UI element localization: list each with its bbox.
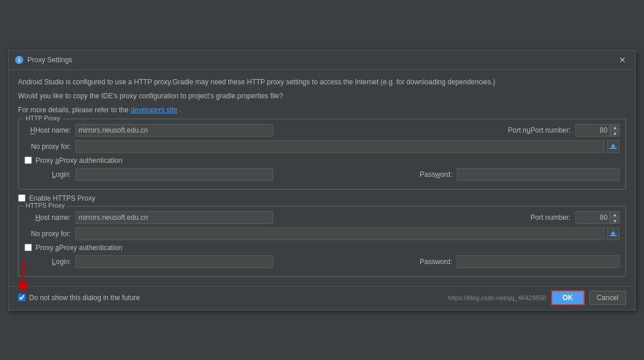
http-port-wrap: ▲ ▼ [575,124,620,137]
http-login-label: Login: [24,170,71,179]
http-noproxy-wrap [76,140,620,153]
info-line3-suffix: . [180,106,181,114]
https-noproxy-row: No proxy for: [24,227,620,240]
title-bar-left: i Proxy Settings [15,55,72,65]
https-password-label: Password: [406,258,452,266]
dialog-title: Proxy Settings [27,56,72,64]
http-proxy-auth-checkbox[interactable] [24,156,32,164]
https-port-input[interactable] [575,211,610,224]
proxy-settings-dialog: i Proxy Settings ✕ Android Studio is con… [8,50,636,311]
svg-marker-5 [611,231,616,235]
close-button[interactable]: ✕ [616,54,629,66]
https-proxy-auth-checkbox[interactable] [24,244,32,251]
no-show-checkbox[interactable] [18,294,26,301]
http-noproxy-button[interactable] [607,140,620,153]
https-port-spinner: ▲ ▼ [610,211,620,224]
https-password-input[interactable] [457,255,620,268]
https-port-up[interactable]: ▲ [610,211,620,218]
https-port-label: Port number: [524,213,571,222]
https-port-down[interactable]: ▼ [610,218,620,224]
https-login-row: Login: Password: [24,255,620,268]
http-port-label: Port nuPort number: [508,126,571,134]
watermark-text: https://blog.csdn.net/qq_46429858 [448,294,546,301]
title-bar: i Proxy Settings ✕ [9,51,635,70]
http-proxy-legend: HTTP Proxy [23,115,63,122]
https-noproxy-label: No proxy for: [24,230,71,238]
http-noproxy-row: No proxy for: [24,140,620,153]
http-host-label: HHost name: [24,126,71,134]
svg-rect-4 [610,235,617,236]
https-noproxy-wrap [76,227,620,240]
http-port-down[interactable]: ▼ [610,130,620,137]
footer-right: https://blog.csdn.net/qq_46429858 OK Can… [448,290,626,305]
info-line3: For more details, please refer to the de… [18,105,626,115]
http-password-label: Password: [406,170,452,179]
ok-button[interactable]: OK [551,290,585,305]
https-proxy-auth-row: Proxy aProxy authentication [24,244,620,252]
https-noproxy-button[interactable] [607,227,620,240]
svg-rect-2 [610,148,617,149]
http-proxy-auth-label: Proxy aProxy authentication [35,156,122,165]
download-icon [609,142,617,151]
http-port-up[interactable]: ▲ [610,124,620,130]
http-login-row: Login: Password: [24,168,620,181]
https-port-wrap: ▲ ▼ [575,211,620,224]
https-enable-checkbox[interactable] [18,194,26,202]
svg-text:i: i [19,57,20,63]
https-host-label: Host name: [24,213,71,222]
http-proxy-section: HTTP Proxy HHost name: Port nuPort numbe… [18,119,626,190]
red-arrow [15,261,32,293]
dialog-icon: i [15,55,24,65]
https-proxy-section: HTTPS Proxy Host name: Port number: ▲ ▼ [18,206,626,277]
http-noproxy-label: No proxy for: [24,142,71,151]
footer-left: Do not show this dialog in the future [18,294,140,302]
https-noproxy-input[interactable] [76,227,604,240]
dialog-body: Android Studio is configured to use a HT… [9,70,635,286]
https-proxy-auth-label: Proxy aProxy authentication [35,244,122,252]
dialog-footer: Do not show this dialog in the future ht… [9,286,635,310]
https-enable-row: Enable HTTPS Proxy [18,194,626,202]
download-icon2 [609,230,617,238]
https-proxy-legend: HTTPS Proxy [23,202,67,209]
https-host-input[interactable] [76,211,273,224]
no-show-label: Do not show this dialog in the future [29,294,140,302]
https-host-row: Host name: Port number: ▲ ▼ [24,211,620,224]
http-password-input[interactable] [457,168,620,181]
http-noproxy-input[interactable] [76,140,604,153]
developers-site-link[interactable]: developers site [130,106,177,114]
info-line1: Android Studio is configured to use a HT… [18,77,626,87]
info-line2: Would you like to copy the IDE's proxy c… [18,91,626,101]
svg-marker-3 [611,144,616,148]
https-enable-label: Enable HTTPS Proxy [29,194,95,202]
https-login-input[interactable] [76,255,273,268]
http-login-input[interactable] [76,168,273,181]
http-port-spinner: ▲ ▼ [610,124,620,137]
http-host-row: HHost name: Port nuPort number: ▲ ▼ [24,124,620,137]
svg-marker-7 [17,283,29,293]
http-host-input[interactable] [76,124,273,137]
http-proxy-auth-row: Proxy aProxy authentication [24,156,620,165]
info-line3-prefix: For more details, please refer to the [18,106,130,114]
http-port-input[interactable] [575,124,610,137]
cancel-button[interactable]: Cancel [589,291,626,305]
